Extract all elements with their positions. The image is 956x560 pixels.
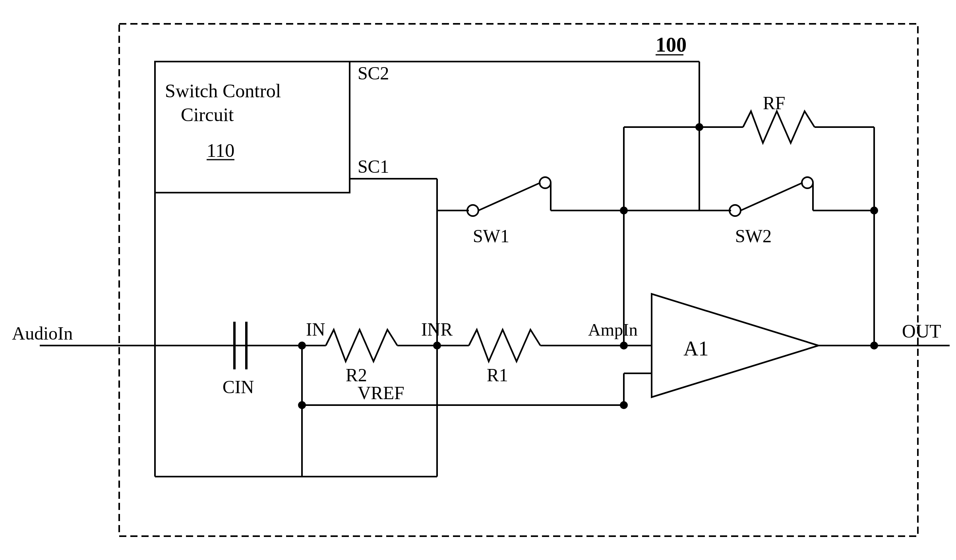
r2-label: R2 (346, 365, 367, 385)
scc-label-line1: Switch Control (165, 80, 281, 101)
r1-label: R1 (487, 365, 508, 385)
svg-point-19 (730, 205, 741, 216)
cin-label: CIN (223, 377, 254, 397)
svg-point-29 (870, 207, 878, 214)
sw2-label: SW2 (735, 226, 772, 246)
svg-point-44 (298, 401, 306, 409)
sc2-label: SC2 (358, 63, 389, 83)
a1-label: A1 (683, 337, 709, 360)
svg-point-16 (540, 177, 551, 188)
main-block-label: 100 (656, 33, 687, 56)
sw1-label: SW1 (473, 226, 509, 246)
vref-label: VREF (358, 383, 404, 403)
out-label: OUT (902, 321, 941, 342)
svg-point-21 (802, 177, 813, 188)
rf-label: RF (763, 93, 785, 113)
audioin-label: AudioIn (12, 323, 73, 344)
svg-point-40 (620, 401, 628, 409)
scc-number: 110 (207, 140, 234, 161)
svg-line-20 (741, 183, 803, 210)
svg-point-27 (695, 123, 703, 131)
scc-label-line2: Circuit (181, 104, 234, 125)
ampin-label: AmpIn (588, 320, 638, 340)
svg-point-14 (467, 205, 478, 216)
svg-marker-31 (652, 294, 819, 397)
svg-line-15 (478, 183, 540, 210)
in-label: IN (306, 319, 325, 340)
circuit-diagram: 100 Switch Control Circuit 110 SC2 RF SC… (0, 0, 956, 560)
sc1-label: SC1 (358, 156, 389, 177)
